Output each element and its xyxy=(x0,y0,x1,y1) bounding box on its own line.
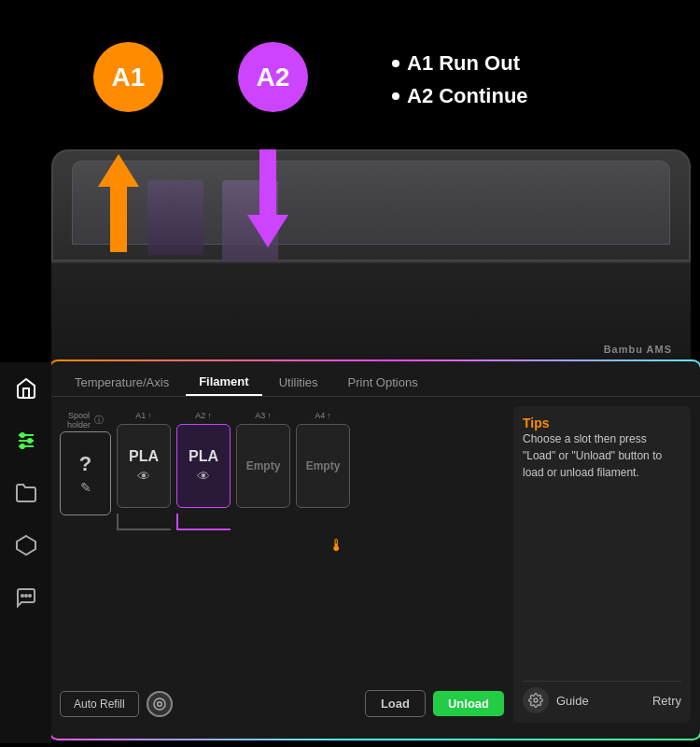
bambu-logo: Bambu AMS xyxy=(604,344,672,355)
sidebar-item-nozzle[interactable] xyxy=(9,529,43,562)
svg-point-12 xyxy=(534,698,538,702)
slots-area: Spool holder ⓘ ? ✎ A1 ↑ xyxy=(60,406,504,723)
top-section: A1 A2 A1 Run Out A2 Continue Bambu AMS xyxy=(0,0,700,364)
tab-utilities[interactable]: Utilities xyxy=(266,370,331,395)
spool-holder: Spool holder ⓘ ? ✎ xyxy=(60,411,111,515)
slot-labels: A1 ↑ A2 ↑ A3 ↑ xyxy=(117,411,350,420)
slot-label-a2: A2 ↑ xyxy=(176,411,231,420)
badge-a1: A1 xyxy=(93,42,163,112)
slot-a4[interactable]: Empty xyxy=(296,424,350,508)
ams-slots: A1 ↑ A2 ↑ A3 ↑ xyxy=(117,411,350,556)
printer-lid-glass xyxy=(72,161,670,245)
tips-panel: Tips Choose a slot then press "Load" or … xyxy=(513,406,691,723)
guide-button[interactable]: Guide xyxy=(556,694,589,708)
svg-point-9 xyxy=(29,595,31,597)
connector-a2 xyxy=(176,514,231,530)
arrow-up-head xyxy=(98,154,139,187)
svg-point-11 xyxy=(157,701,161,706)
connector-lines xyxy=(117,514,350,530)
spool-holder-box[interactable]: ? ✎ xyxy=(60,431,111,515)
spool-holder-label: Spool holder xyxy=(67,411,91,430)
slot-a3[interactable]: Empty xyxy=(236,424,290,508)
arrow-down-head xyxy=(247,215,288,247)
temp-icon-area: 🌡 xyxy=(117,536,350,556)
slot-a3-text: Empty xyxy=(246,459,281,472)
svg-point-10 xyxy=(154,698,165,710)
filament-spool-left xyxy=(147,180,203,255)
svg-point-5 xyxy=(21,444,24,448)
connector-a4 xyxy=(296,514,350,530)
badge-a2: A2 xyxy=(238,42,308,112)
svg-point-4 xyxy=(28,439,32,443)
spool-help-icon: ⓘ xyxy=(94,414,104,427)
slot-a1-eye: 👁 xyxy=(137,469,150,484)
slot-label-a4: A4 ↑ xyxy=(296,411,350,420)
status-line2: A2 Continue xyxy=(392,79,528,112)
svg-point-8 xyxy=(25,595,27,597)
tips-bottom: Guide Retry xyxy=(523,681,681,713)
status-line1: A1 Run Out xyxy=(392,47,528,79)
sidebar xyxy=(0,362,51,743)
tips-title: Tips xyxy=(523,416,681,430)
auto-refill-button[interactable]: Auto Refill xyxy=(60,691,139,717)
svg-point-7 xyxy=(21,595,23,597)
tips-content: Tips Choose a slot then press "Load" or … xyxy=(523,416,681,481)
sidebar-item-home[interactable] xyxy=(9,372,43,405)
slot-label-a1: A1 ↑ xyxy=(117,411,171,420)
gear-icon[interactable] xyxy=(523,687,549,713)
arrow-down-body xyxy=(259,149,276,215)
connector-a3 xyxy=(236,514,290,530)
temp-icon: 🌡 xyxy=(329,536,345,556)
content-area: Spool holder ⓘ ? ✎ A1 ↑ xyxy=(50,397,700,732)
tab-temperature-axis[interactable]: Temperature/Axis xyxy=(62,370,182,395)
tab-bar: Temperature/Axis Filament Utilities Prin… xyxy=(50,361,700,397)
bottom-controls: Auto Refill Load Unload xyxy=(60,684,504,723)
spool-active-icon xyxy=(147,691,173,717)
load-button[interactable]: Load xyxy=(365,690,426,717)
status-text: A1 Run Out A2 Continue xyxy=(392,47,528,112)
bullet-dot2 xyxy=(392,92,399,100)
unload-button[interactable]: Unload xyxy=(433,691,504,716)
svg-marker-6 xyxy=(17,536,35,555)
sidebar-item-settings[interactable] xyxy=(9,424,43,458)
slot-a2[interactable]: PLA 👁 xyxy=(176,424,231,508)
arrow-up-body xyxy=(110,187,127,252)
sidebar-item-messages[interactable] xyxy=(9,581,43,614)
slot-a4-text: Empty xyxy=(306,459,341,472)
arrow-down-a2 xyxy=(247,149,288,247)
tab-filament[interactable]: Filament xyxy=(186,369,261,396)
printer-lid xyxy=(51,149,691,261)
spool-question: ? xyxy=(79,452,91,476)
printer-body-bg: Bambu AMS xyxy=(51,149,691,364)
slot-a1[interactable]: PLA 👁 xyxy=(117,424,171,508)
slots-grid: PLA 👁 PLA 👁 Empty Empty xyxy=(117,424,350,508)
tips-text: Choose a slot then press "Load" or "Unlo… xyxy=(523,430,681,481)
slot-label-a3: A3 ↑ xyxy=(236,411,290,420)
slot-a2-eye: 👁 xyxy=(197,469,210,484)
svg-point-3 xyxy=(21,433,24,437)
slots-row: Spool holder ⓘ ? ✎ A1 ↑ xyxy=(60,406,504,560)
bullet-dot xyxy=(392,60,399,67)
panel-inner: Temperature/Axis Filament Utilities Prin… xyxy=(50,361,700,739)
panel-border: Temperature/Axis Filament Utilities Prin… xyxy=(49,359,700,740)
slot-a2-text: PLA xyxy=(189,448,218,465)
printer-body: Bambu AMS xyxy=(51,261,691,364)
connector-a1 xyxy=(117,514,171,530)
slot-a1-text: PLA xyxy=(129,448,159,465)
arrow-up-a1 xyxy=(98,154,139,252)
retry-button[interactable]: Retry xyxy=(652,694,681,708)
sidebar-item-files[interactable] xyxy=(9,476,43,510)
tab-print-options[interactable]: Print Options xyxy=(335,370,431,395)
spool-edit-icon[interactable]: ✎ xyxy=(80,480,91,495)
